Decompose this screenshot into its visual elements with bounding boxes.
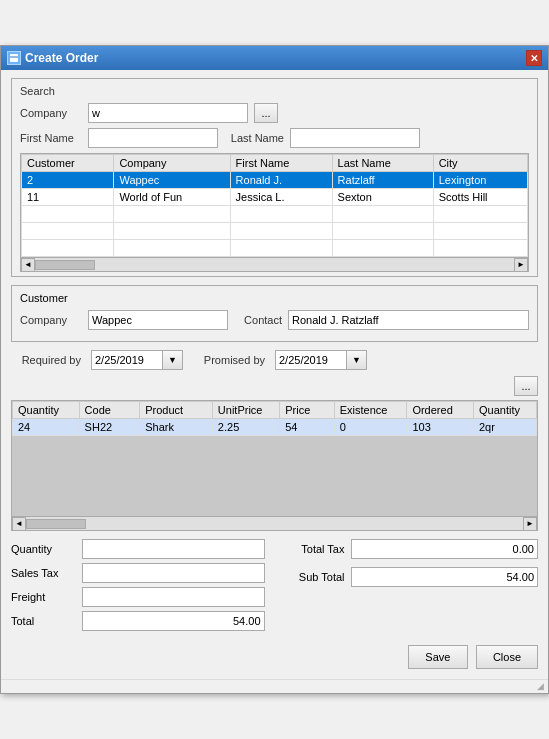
order-col-qty2: Quantity bbox=[474, 402, 537, 419]
close-button[interactable]: Close bbox=[476, 645, 538, 669]
window-icon bbox=[7, 51, 21, 65]
order-table-container: Quantity Code Product UnitPrice Price Ex… bbox=[11, 400, 538, 531]
promised-by-input[interactable] bbox=[275, 350, 347, 370]
detail-company-input[interactable] bbox=[88, 310, 228, 330]
order-col-existence: Existence bbox=[334, 402, 407, 419]
dates-section: Required by ▼ Promised by ▼ bbox=[11, 350, 538, 370]
col-last-name: Last Name bbox=[332, 155, 433, 172]
scroll-thumb[interactable] bbox=[35, 260, 95, 270]
promised-by-calendar-button[interactable]: ▼ bbox=[347, 350, 367, 370]
order-col-product: Product bbox=[140, 402, 213, 419]
scroll-left-button[interactable]: ◄ bbox=[21, 258, 35, 272]
window-footer: ◢ bbox=[1, 679, 548, 693]
close-window-button[interactable]: ✕ bbox=[526, 50, 542, 66]
first-name-label: First Name bbox=[20, 132, 82, 144]
customer-table-container: Customer Company First Name Last Name Ci… bbox=[20, 153, 529, 272]
col-first-name: First Name bbox=[230, 155, 332, 172]
window-title: Create Order bbox=[25, 51, 98, 65]
scroll-track[interactable] bbox=[35, 260, 514, 270]
required-by-label: Required by bbox=[11, 354, 81, 366]
sales-tax-label: Sales Tax bbox=[11, 567, 76, 579]
resize-handle[interactable]: ◢ bbox=[537, 681, 544, 691]
company-input[interactable] bbox=[88, 103, 248, 123]
quantity-total-input[interactable] bbox=[82, 539, 265, 559]
title-bar: Create Order ✕ bbox=[1, 46, 548, 70]
quantity-label: Quantity bbox=[11, 543, 76, 555]
promised-by-field: ▼ bbox=[275, 350, 367, 370]
contact-input[interactable] bbox=[288, 310, 529, 330]
col-company: Company bbox=[114, 155, 230, 172]
freight-input[interactable] bbox=[82, 587, 265, 607]
required-by-input[interactable] bbox=[91, 350, 163, 370]
customer-table-scrollbar[interactable]: ◄ ► bbox=[21, 257, 528, 271]
order-col-quantity: Quantity bbox=[13, 402, 80, 419]
contact-label: Contact bbox=[234, 314, 282, 326]
customer-table: Customer Company First Name Last Name Ci… bbox=[21, 154, 528, 257]
customer-table-row[interactable]: 11World of FunJessica L.SextonScotts Hil… bbox=[22, 189, 528, 206]
last-name-input[interactable] bbox=[290, 128, 420, 148]
sub-total-label: Sub Total bbox=[285, 571, 345, 583]
order-scroll-thumb[interactable] bbox=[26, 519, 86, 529]
search-label: Search bbox=[20, 85, 529, 97]
detail-company-label: Company bbox=[20, 314, 82, 326]
search-section: Search Company ... First Name Last Name … bbox=[11, 78, 538, 277]
order-table-empty-area bbox=[12, 436, 537, 516]
order-col-unitprice: UnitPrice bbox=[212, 402, 279, 419]
total-tax-label: Total Tax bbox=[285, 543, 345, 555]
create-order-window: Create Order ✕ Search Company ... First … bbox=[0, 45, 549, 694]
freight-label: Freight bbox=[11, 591, 76, 603]
order-table-scrollbar[interactable]: ◄ ► bbox=[12, 516, 537, 530]
required-by-field: ▼ bbox=[91, 350, 183, 370]
customer-table-row[interactable]: 2WappecRonald J.RatzlaffLexington bbox=[22, 172, 528, 189]
order-browse-button[interactable]: ... bbox=[514, 376, 538, 396]
company-label: Company bbox=[20, 107, 82, 119]
sub-total-input[interactable] bbox=[351, 567, 539, 587]
order-table-row[interactable]: 24SH22Shark2.255401032qr bbox=[13, 419, 537, 436]
buttons-row: Save Close bbox=[11, 645, 538, 669]
order-col-code: Code bbox=[79, 402, 140, 419]
svg-rect-0 bbox=[10, 54, 18, 62]
totals-left: Quantity Sales Tax Freight Total bbox=[11, 539, 265, 635]
order-col-ordered: Ordered bbox=[407, 402, 474, 419]
order-scroll-left-button[interactable]: ◄ bbox=[12, 517, 26, 531]
total-input[interactable] bbox=[82, 611, 265, 631]
required-by-calendar-button[interactable]: ▼ bbox=[163, 350, 183, 370]
promised-by-label: Promised by bbox=[193, 354, 265, 366]
save-button[interactable]: Save bbox=[408, 645, 468, 669]
order-scroll-track[interactable] bbox=[26, 519, 523, 529]
order-table: Quantity Code Product UnitPrice Price Ex… bbox=[12, 401, 537, 436]
customer-detail-label: Customer bbox=[20, 292, 529, 304]
order-col-price: Price bbox=[280, 402, 335, 419]
first-name-input[interactable] bbox=[88, 128, 218, 148]
company-browse-button[interactable]: ... bbox=[254, 103, 278, 123]
totals-section: Quantity Sales Tax Freight Total bbox=[11, 539, 538, 635]
total-tax-input[interactable] bbox=[351, 539, 539, 559]
total-label: Total bbox=[11, 615, 76, 627]
totals-right: Total Tax Sub Total bbox=[285, 539, 539, 635]
col-city: City bbox=[433, 155, 527, 172]
scroll-right-button[interactable]: ► bbox=[514, 258, 528, 272]
last-name-label: Last Name bbox=[224, 132, 284, 144]
sales-tax-input[interactable] bbox=[82, 563, 265, 583]
order-scroll-right-button[interactable]: ► bbox=[523, 517, 537, 531]
col-customer: Customer bbox=[22, 155, 114, 172]
customer-detail-section: Customer Company Contact bbox=[11, 285, 538, 342]
